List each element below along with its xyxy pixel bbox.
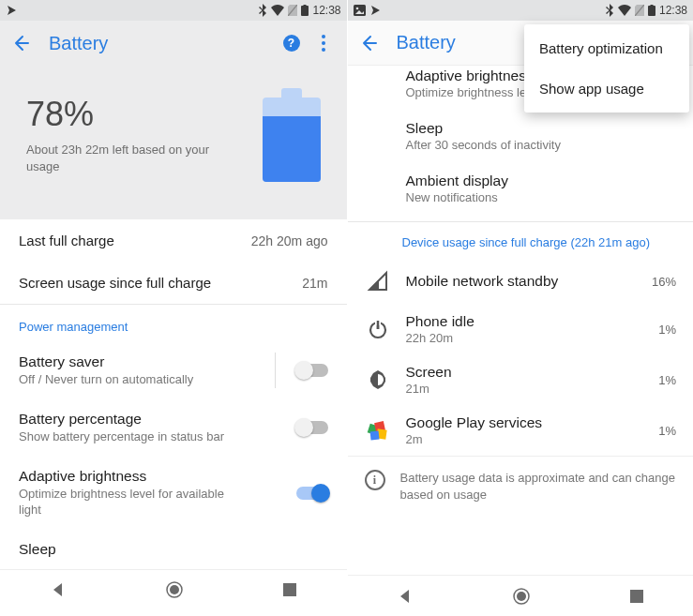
setting-sub: After 30 seconds of inactivity <box>406 138 677 152</box>
help-icon: ? <box>283 35 300 52</box>
setting-sub: Off / Never turn on automatically <box>19 372 244 388</box>
setting-battery-percentage[interactable]: Battery percentage Show battery percenta… <box>0 399 347 457</box>
status-bar: 12:38 <box>348 0 694 21</box>
setting-ambient-display[interactable]: Ambient display New notifications <box>348 161 694 221</box>
toolbar: Battery ? <box>0 21 347 66</box>
toggle-adaptive-brightness[interactable] <box>296 487 328 500</box>
play-notif-icon <box>6 5 17 16</box>
setting-title: Sleep <box>406 120 677 137</box>
battery-icon <box>301 5 309 16</box>
toggle-battery-percentage[interactable] <box>296 421 328 434</box>
help-button[interactable]: ? <box>279 31 304 55</box>
svg-marker-10 <box>371 6 380 15</box>
nav-home-icon[interactable] <box>512 587 531 606</box>
svg-point-6 <box>170 585 179 594</box>
nav-back-icon[interactable] <box>50 581 67 598</box>
svg-marker-25 <box>400 590 409 603</box>
menu-show-app-usage[interactable]: Show app usage <box>524 68 689 109</box>
battery-graphic <box>263 88 321 182</box>
svg-rect-7 <box>283 583 296 596</box>
toggle-battery-saver[interactable] <box>296 364 328 377</box>
back-icon[interactable] <box>11 34 30 53</box>
setting-title: Battery saver <box>19 353 271 370</box>
usage-item-mobile-network[interactable]: Mobile network standby 16% <box>348 259 694 304</box>
section-power-management: Power management <box>0 305 347 341</box>
play-services-icon <box>365 417 391 443</box>
nav-recent-icon[interactable] <box>629 589 644 604</box>
signal-icon <box>365 268 391 294</box>
svg-rect-13 <box>650 5 653 7</box>
svg-marker-4 <box>53 583 62 596</box>
label: Last full charge <box>19 233 251 248</box>
row-screen-usage[interactable]: Screen usage since full charge 21m <box>0 262 347 304</box>
label: Screen usage since full charge <box>19 275 302 291</box>
usage-pct: 1% <box>658 323 676 337</box>
nav-home-icon[interactable] <box>165 580 184 599</box>
bluetooth-icon <box>258 4 267 17</box>
setting-title: Ambient display <box>406 173 677 189</box>
wifi-icon <box>271 5 284 16</box>
usage-sub: 2m <box>406 432 644 446</box>
usage-pct: 1% <box>658 424 676 438</box>
svg-rect-3 <box>304 5 307 7</box>
info-icon: i <box>365 470 385 490</box>
info-row: i Battery usage data is approximate and … <box>348 456 694 516</box>
nav-recent-icon[interactable] <box>282 582 297 597</box>
setting-sleep[interactable]: Sleep After 30 seconds of inactivity <box>348 109 694 161</box>
svg-rect-8 <box>354 5 366 16</box>
usage-item-screen[interactable]: Screen 21m 1% <box>348 354 694 405</box>
svg-point-27 <box>517 592 526 601</box>
overflow-button[interactable] <box>311 31 336 55</box>
nav-bar <box>348 575 694 616</box>
setting-adaptive-brightness[interactable]: Adaptive brightness Optimize brightness … <box>0 457 347 530</box>
more-icon <box>322 35 325 52</box>
nav-back-icon[interactable] <box>397 588 414 605</box>
setting-title: Sleep <box>19 541 328 558</box>
setting-title: Battery percentage <box>19 411 283 428</box>
sim-icon <box>288 5 297 16</box>
setting-sleep[interactable]: Sleep <box>0 530 347 569</box>
status-time: 12:38 <box>312 4 340 17</box>
setting-sub: Show battery percentage in status bar <box>19 429 244 445</box>
power-icon <box>365 316 391 342</box>
svg-marker-0 <box>8 6 16 15</box>
usage-sub: 22h 20m <box>406 331 644 345</box>
image-notif-icon <box>354 5 366 16</box>
usage-name: Mobile network standby <box>406 273 637 290</box>
section-device-usage: Device usage since full charge (22h 21m … <box>348 222 694 259</box>
svg-rect-28 <box>630 590 643 603</box>
svg-rect-12 <box>648 6 655 16</box>
brightness-icon <box>365 367 391 393</box>
menu-battery-optimization[interactable]: Battery optimization <box>524 28 689 68</box>
status-time: 12:38 <box>659 4 687 17</box>
setting-sub: Optimize brightness level for available … <box>19 487 244 518</box>
usage-name: Phone idle <box>406 313 644 330</box>
usage-sub: 21m <box>406 382 644 396</box>
info-text: Battery usage data is approximate and ca… <box>400 470 677 503</box>
battery-hero[interactable]: 78% About 23h 22m left based on your usa… <box>0 66 347 219</box>
svg-rect-2 <box>301 6 309 16</box>
row-last-full-charge[interactable]: Last full charge 22h 20m ago <box>0 219 347 262</box>
usage-pct: 16% <box>652 275 676 289</box>
bluetooth-icon <box>605 4 614 17</box>
sim-icon <box>635 5 644 16</box>
back-icon[interactable] <box>359 34 378 53</box>
battery-estimate: About 23h 22m left based on your usage <box>26 142 223 174</box>
battery-percent: 78% <box>26 95 263 134</box>
usage-item-play-services[interactable]: Google Play services 2m 1% <box>348 405 694 456</box>
value: 21m <box>302 276 327 291</box>
battery-icon <box>648 5 655 16</box>
svg-point-9 <box>355 8 358 10</box>
setting-sub: New notifications <box>406 190 677 204</box>
page-title: Battery <box>49 33 272 54</box>
nav-bar <box>0 569 347 610</box>
svg-rect-24 <box>369 430 379 440</box>
overflow-menu: Battery optimization Show app usage <box>524 24 689 113</box>
wifi-icon <box>618 5 631 16</box>
usage-pct: 1% <box>658 373 676 387</box>
usage-item-phone-idle[interactable]: Phone idle 22h 20m 1% <box>348 304 694 354</box>
setting-title: Adaptive brightness <box>19 468 283 485</box>
svg-marker-15 <box>369 280 379 290</box>
value: 22h 20m ago <box>251 233 328 248</box>
setting-battery-saver[interactable]: Battery saver Off / Never turn on automa… <box>0 341 347 399</box>
